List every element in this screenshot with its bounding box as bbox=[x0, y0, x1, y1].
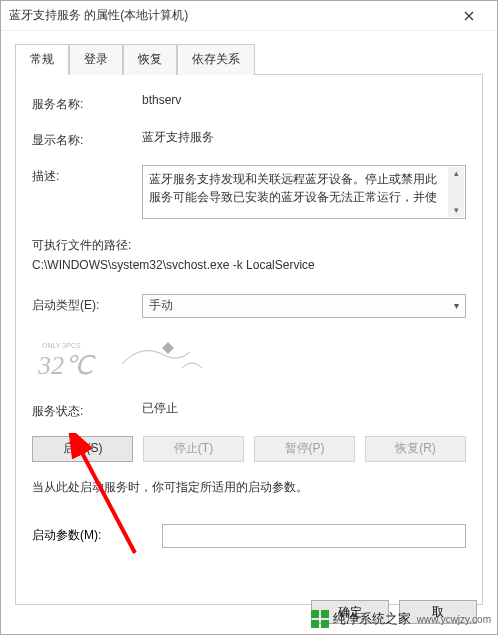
startup-type-label: 启动类型(E): bbox=[32, 294, 142, 314]
startup-type-select[interactable]: 手动 ▾ bbox=[142, 294, 466, 318]
site-watermark: 纯净系统之家 www.ycwjzy.com bbox=[311, 610, 491, 628]
description-label: 描述: bbox=[32, 165, 142, 185]
status-label: 服务状态: bbox=[32, 400, 142, 420]
pause-button: 暂停(P) bbox=[254, 436, 355, 462]
start-params-input[interactable] bbox=[162, 524, 466, 548]
tab-recovery[interactable]: 恢复 bbox=[123, 44, 177, 75]
content-area: 常规 登录 恢复 依存关系 服务名称: bthserv 显示名称: 蓝牙支持服务… bbox=[1, 31, 497, 605]
close-button[interactable] bbox=[449, 3, 489, 29]
window-title: 蓝牙支持服务 的属性(本地计算机) bbox=[9, 7, 449, 24]
control-buttons: 启动(S) 停止(T) 暂停(P) 恢复(R) bbox=[32, 436, 466, 462]
tab-general[interactable]: 常规 bbox=[15, 44, 69, 75]
tabs: 常规 登录 恢复 依存关系 bbox=[15, 43, 483, 75]
display-name-label: 显示名称: bbox=[32, 129, 142, 149]
start-params-label: 启动参数(M): bbox=[32, 527, 162, 544]
resume-button: 恢复(R) bbox=[365, 436, 466, 462]
site-name: 纯净系统之家 bbox=[333, 610, 411, 628]
description-textbox[interactable]: 蓝牙服务支持发现和关联远程蓝牙设备。停止或禁用此服务可能会导致已安装的蓝牙设备无… bbox=[142, 165, 466, 219]
close-icon bbox=[464, 11, 474, 21]
start-params-note: 当从此处启动服务时，你可指定所适用的启动参数。 bbox=[32, 478, 466, 496]
path-label: 可执行文件的路径: bbox=[32, 235, 466, 255]
scroll-down-icon[interactable]: ▾ bbox=[454, 204, 459, 218]
display-name-value: 蓝牙支持服务 bbox=[142, 129, 466, 146]
tab-logon[interactable]: 登录 bbox=[69, 44, 123, 75]
stop-button: 停止(T) bbox=[143, 436, 244, 462]
row-service-name: 服务名称: bthserv bbox=[32, 93, 466, 113]
description-text: 蓝牙服务支持发现和关联远程蓝牙设备。停止或禁用此服务可能会导致已安装的蓝牙设备无… bbox=[149, 172, 437, 204]
svg-text:ONLY 3PCS: ONLY 3PCS bbox=[42, 342, 81, 349]
titlebar[interactable]: 蓝牙支持服务 的属性(本地计算机) bbox=[1, 1, 497, 31]
decorative-watermark: ONLY 3PCS 32℃ bbox=[32, 334, 466, 386]
row-status: 服务状态: 已停止 bbox=[32, 400, 466, 420]
svg-text:32℃: 32℃ bbox=[37, 351, 96, 380]
chevron-down-icon: ▾ bbox=[454, 300, 459, 311]
service-name-label: 服务名称: bbox=[32, 93, 142, 113]
description-scrollbar[interactable]: ▴ ▾ bbox=[448, 167, 464, 217]
tab-body-general: 服务名称: bthserv 显示名称: 蓝牙支持服务 描述: 蓝牙服务支持发现和… bbox=[15, 75, 483, 605]
row-startup-type: 启动类型(E): 手动 ▾ bbox=[32, 294, 466, 318]
row-display-name: 显示名称: 蓝牙支持服务 bbox=[32, 129, 466, 149]
site-logo-icon bbox=[311, 610, 329, 628]
executable-path-block: 可执行文件的路径: C:\WINDOWS\system32\svchost.ex… bbox=[32, 235, 466, 276]
service-name-value: bthserv bbox=[142, 93, 466, 107]
properties-window: 蓝牙支持服务 的属性(本地计算机) 常规 登录 恢复 依存关系 服务名称: bt… bbox=[0, 0, 498, 635]
start-button[interactable]: 启动(S) bbox=[32, 436, 133, 462]
status-value: 已停止 bbox=[142, 400, 466, 417]
scroll-up-icon[interactable]: ▴ bbox=[454, 167, 459, 181]
row-start-params: 启动参数(M): bbox=[32, 524, 466, 548]
tab-dependencies[interactable]: 依存关系 bbox=[177, 44, 255, 75]
site-url: www.ycwjzy.com bbox=[417, 614, 491, 625]
startup-type-value: 手动 bbox=[149, 297, 173, 314]
row-description: 描述: 蓝牙服务支持发现和关联远程蓝牙设备。停止或禁用此服务可能会导致已安装的蓝… bbox=[32, 165, 466, 219]
path-value: C:\WINDOWS\system32\svchost.exe -k Local… bbox=[32, 255, 466, 275]
